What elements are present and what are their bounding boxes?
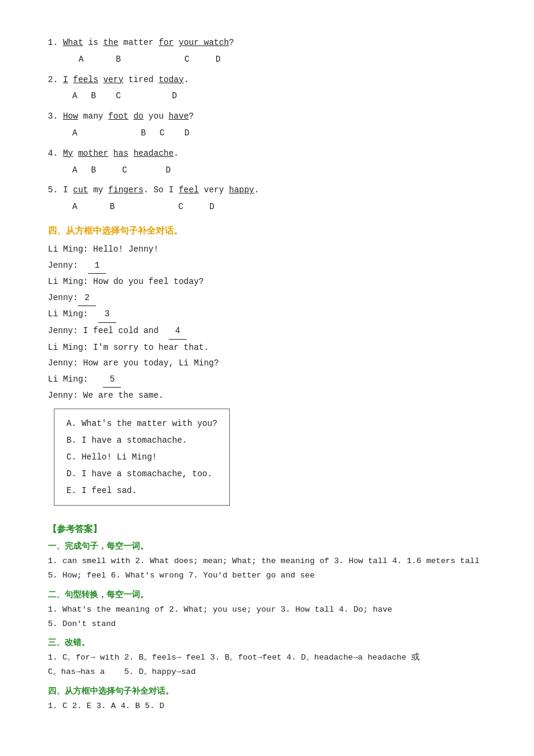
ans-sec3-header: 三、改错。 — [48, 637, 486, 648]
q2-word-d: today — [159, 75, 184, 84]
q2-word-c: very — [103, 75, 123, 84]
q5-word-d: happy — [229, 185, 254, 195]
q4-word-b: mother — [78, 149, 108, 158]
question-3: 3. How many foot do you have? — [48, 110, 486, 124]
ans-sec4-header: 四、从方框中选择句子补全对话。 — [48, 686, 486, 697]
choice-e: E. I feel sad. — [66, 482, 217, 499]
section4-header: 四、从方框中选择句子补全对话。 — [48, 225, 486, 237]
dialogue-line-9: Li Ming: 5 — [48, 371, 486, 388]
ans-sec2-header: 二、句型转换，每空一词。 — [48, 589, 486, 600]
q4-answer-line: A B C D — [48, 164, 486, 178]
q5-word-a: cut — [73, 185, 88, 195]
dialogue-line-10: Jenny: We are the same. — [48, 388, 486, 404]
q1-word-a: What — [63, 38, 83, 47]
q1-word-b: the — [103, 38, 118, 47]
dialogue-line-4: Jenny:2 — [48, 290, 486, 307]
q2-word-a: I — [63, 75, 68, 84]
blank-4: 4 — [169, 323, 187, 340]
ans-sec3-text: 1. C。for→ with 2. B。feels→ feel 3. B。foo… — [48, 651, 486, 680]
bracket-left: 【 — [48, 524, 57, 534]
q3-word-a: How — [63, 111, 78, 121]
dialogue-line-1: Li Ming: Hello! Jenny! — [48, 241, 486, 258]
question-2: 2. I feels very tired today. — [48, 73, 486, 87]
q1-word-d: your watch — [179, 38, 229, 47]
q3-word-c: do — [134, 111, 144, 121]
dialogue-line-8: Jenny: How are you today, Li Ming? — [48, 355, 486, 371]
q2-word-b: feels — [73, 75, 98, 84]
answer-header: 【参考答案】 — [48, 524, 486, 535]
answer-section: 【参考答案】 一、完成句子，每空一词。 1. can smell with 2.… — [48, 524, 486, 713]
q4-word-c: has — [113, 149, 128, 158]
choice-a: A. What's the matter with you? — [66, 415, 217, 432]
ans-sec2-text: 1. What's the meaning of 2. What; you us… — [48, 603, 486, 632]
q5-answer-line: A B C D — [48, 200, 486, 214]
question-1: 1. What is the matter for your watch? — [48, 36, 486, 50]
ans-sec1-header: 一、完成句子，每空一词。 — [48, 541, 486, 552]
dialogue-line-7: Li Ming: I'm sorry to hear that. — [48, 340, 486, 356]
question-5: 5. I cut my fingers. So I feel very happ… — [48, 183, 486, 198]
q1-word-c: for — [159, 38, 174, 47]
bracket-right: 】 — [93, 524, 102, 534]
dialogue-line-5: Li Ming: 3 — [48, 306, 486, 323]
ans-sec1-text: 1. can smell with 2. What does; mean; Wh… — [48, 554, 486, 583]
section4: 四、从方框中选择句子补全对话。 Li Ming: Hello! Jenny! J… — [48, 225, 486, 506]
ans-sec4-text: 1. C 2. E 3. A 4. B 5. D — [48, 699, 486, 713]
blank-1: 1 — [88, 258, 106, 274]
q2-answer-line: A B C D — [48, 89, 486, 104]
dialogue-line-2: Jenny: 1 — [48, 258, 486, 274]
q3-word-d: have — [169, 111, 189, 121]
blank-2: 2 — [78, 290, 96, 307]
q5-word-b: fingers — [108, 185, 144, 195]
choice-b: B. I have a stomachache. — [66, 432, 217, 449]
choice-d: D. I have a stomachache, too. — [66, 465, 217, 482]
blank-3: 3 — [98, 306, 116, 323]
choice-c: C. Hello! Li Ming! — [66, 449, 217, 465]
choice-box: A. What's the matter with you? B. I have… — [54, 409, 230, 506]
q1-answer-line: A B C D — [48, 53, 486, 67]
q4-word-d: headache — [134, 149, 174, 158]
q3-word-b: foot — [108, 111, 129, 121]
question-4: 4. My mother has headache. — [48, 147, 486, 161]
blank-5: 5 — [103, 371, 121, 388]
dialogue-line-6: Jenny: I feel cold and 4 — [48, 323, 486, 340]
q3-answer-line: A B C D — [48, 126, 486, 141]
q4-word-a: My — [63, 149, 73, 158]
section3: 1. What is the matter for your watch? A … — [48, 36, 486, 214]
q5-word-c: feel — [178, 185, 199, 195]
dialogue-line-3: Li Ming: How do you feel today? — [48, 274, 486, 290]
